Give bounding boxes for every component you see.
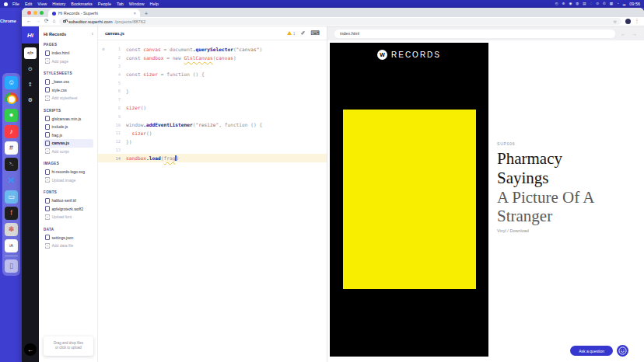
menu-status-icon[interactable]: ▂ <box>623 2 625 6</box>
code-line[interactable]: 9 <box>98 112 327 120</box>
dock-icon-vscode[interactable]: ✕ <box>5 174 18 187</box>
dock-icon-finder[interactable]: ☺ <box>5 76 18 89</box>
file-item[interactable]: hi-records-logo.svg <box>44 168 93 176</box>
chat-smiley-button[interactable] <box>617 345 628 357</box>
dock-icon-keyboard-app[interactable]: ▭ <box>5 190 18 204</box>
add-file-button[interactable]: Upload image <box>44 176 93 185</box>
menu-status-icon[interactable]: ▤ <box>583 2 586 6</box>
menu-item-help[interactable]: Help <box>149 2 158 6</box>
new-tab-button[interactable]: + <box>145 11 148 17</box>
add-file-button[interactable]: Add stylesheet <box>44 94 93 103</box>
dock-icon-terminal[interactable]: >_ <box>5 158 18 171</box>
code-line[interactable]: ⚙1const canvas = document.querySelector(… <box>98 45 327 54</box>
code-line[interactable]: 8sizer() <box>98 104 327 113</box>
code-token: .querySelector <box>193 47 233 52</box>
code-line[interactable]: 13 <box>98 146 327 155</box>
file-item[interactable]: halibut-serif.ttf <box>44 197 93 205</box>
code-line[interactable]: 3 <box>98 62 327 71</box>
menu-status-icon[interactable]: ◉ <box>569 2 572 6</box>
menu-item-view[interactable]: View <box>37 2 47 6</box>
address-bar[interactable]: subeditor.superhi.com /projects/88762 ☆ <box>59 18 621 25</box>
superhi-logo[interactable]: Hi <box>22 26 39 44</box>
dock-icon-figma[interactable]: f <box>5 207 18 220</box>
back-icon[interactable]: ← <box>26 19 32 24</box>
back-to-projects-button[interactable]: ← <box>24 343 37 356</box>
add-file-button[interactable]: Add page <box>44 57 93 66</box>
menu-status-icon[interactable]: ⊙ <box>596 2 599 6</box>
code-line[interactable]: 12}) <box>98 137 327 146</box>
code-line[interactable]: 10window.addEventListener("resize", func… <box>98 120 327 129</box>
menu-item-file[interactable]: File <box>12 2 19 6</box>
dock-icon-music[interactable]: ♪ <box>5 125 18 138</box>
menu-status-icon[interactable]: ◴ <box>555 2 558 6</box>
file-item[interactable]: canvas.js <box>44 139 93 148</box>
keyboard-shortcuts-icon[interactable]: ⌨ <box>310 30 320 37</box>
menu-item-edit[interactable]: Edit <box>25 2 32 6</box>
file-item[interactable]: include.js <box>44 123 93 131</box>
file-item[interactable]: _base.css <box>44 78 93 86</box>
browser-menu-icon[interactable]: ⋮ <box>635 19 640 24</box>
file-item[interactable]: settings.json <box>44 234 93 242</box>
close-window-button[interactable] <box>27 11 31 15</box>
file-item[interactable]: apfelgrotezk.woff2 <box>44 205 93 214</box>
code-line[interactable]: 11 sizer() <box>98 129 327 137</box>
preview-forward-icon[interactable]: → <box>632 31 637 37</box>
dock-icon-messages[interactable]: ● <box>5 109 18 122</box>
bookmark-star-icon[interactable]: ☆ <box>613 19 617 24</box>
file-item[interactable]: index.html <box>44 49 93 57</box>
menubar-clock[interactable]: 09:56 <box>629 2 640 6</box>
preview-back-icon[interactable]: ← <box>621 31 626 37</box>
share-button[interactable]: ↥ <box>24 78 37 90</box>
line-settings-gear-icon[interactable]: ⚙ <box>98 47 109 51</box>
ask-question-button[interactable]: Ask a question <box>570 346 613 356</box>
file-item[interactable]: style.css <box>44 86 93 95</box>
tab-close-icon[interactable]: × <box>133 11 136 16</box>
preview-address-input[interactable]: index.html <box>334 30 615 38</box>
forward-icon[interactable]: → <box>36 19 41 24</box>
minimize-window-button[interactable] <box>33 11 37 15</box>
add-file-button[interactable]: Upload font <box>44 213 93 221</box>
code-line[interactable]: 14sandbox.load(frag) <box>98 154 327 162</box>
profile-avatar[interactable] <box>625 19 631 24</box>
warnings-indicator[interactable]: 1 <box>287 31 296 36</box>
dock-icon-trash[interactable]: ▯ <box>5 259 18 273</box>
menu-item-window[interactable]: Window <box>129 2 145 6</box>
browser-tab[interactable]: Hi Records - Superhi × <box>48 9 140 17</box>
open-file-tab[interactable]: canvas.js <box>105 31 124 36</box>
code-area[interactable]: ⚙1const canvas = document.querySelector(… <box>98 40 327 362</box>
code-line[interactable]: 4const sizer = function () { <box>98 70 327 78</box>
collapse-sidebar-icon[interactable]: ‹ <box>92 31 93 37</box>
menu-status-icon[interactable]: ◔ <box>617 2 619 6</box>
dock-icon-ia-writer[interactable]: iA <box>5 239 18 252</box>
menu-item-tab[interactable]: Tab <box>117 2 124 6</box>
add-file-button[interactable]: Add data file <box>44 242 93 250</box>
menu-item-bookmarks[interactable]: Bookmarks <box>71 2 93 6</box>
menu-status-icon[interactable]: ⊕ <box>562 2 565 6</box>
menu-status-icon[interactable]: ◍ <box>576 2 579 6</box>
file-item[interactable]: glslcanvas.min.js <box>44 115 93 124</box>
upload-dropzone[interactable]: Drag and drop files or click to upload <box>44 336 93 357</box>
menu-status-icon[interactable]: ◌ <box>590 2 593 6</box>
code-line[interactable]: 7 <box>98 96 327 104</box>
apple-menu-icon[interactable] <box>4 2 8 6</box>
dock-icon-slack[interactable]: # <box>5 141 18 155</box>
add-file-button[interactable]: Add script <box>44 148 93 156</box>
menu-status-icon[interactable]: ✆ <box>603 2 606 6</box>
preview-eye-button[interactable]: ⊙ <box>24 63 37 75</box>
dock-icon-photos-app[interactable]: ✽ <box>5 223 18 236</box>
code-line[interactable]: 2const sandbox = new GlslCanvas(canvas) <box>98 54 327 62</box>
home-icon[interactable]: ⌂ <box>52 19 55 24</box>
menu-item-history[interactable]: History <box>52 2 65 6</box>
code-token: const <box>126 71 143 77</box>
settings-gear-button[interactable]: ⚙ <box>24 94 37 106</box>
menu-status-icon[interactable]: ▦ <box>610 2 613 6</box>
tidy-code-icon[interactable]: ✐ <box>301 30 306 37</box>
reload-icon[interactable]: ⟳ <box>44 19 48 24</box>
file-item[interactable]: frag.js <box>44 131 93 140</box>
zoom-window-button[interactable] <box>40 11 44 15</box>
menu-item-people[interactable]: People <box>98 2 111 6</box>
code-view-button[interactable]: </> <box>24 47 37 59</box>
dock-icon-chrome[interactable] <box>5 92 18 106</box>
code-line[interactable]: 6} <box>98 87 327 96</box>
code-line[interactable]: 5 <box>98 78 327 87</box>
